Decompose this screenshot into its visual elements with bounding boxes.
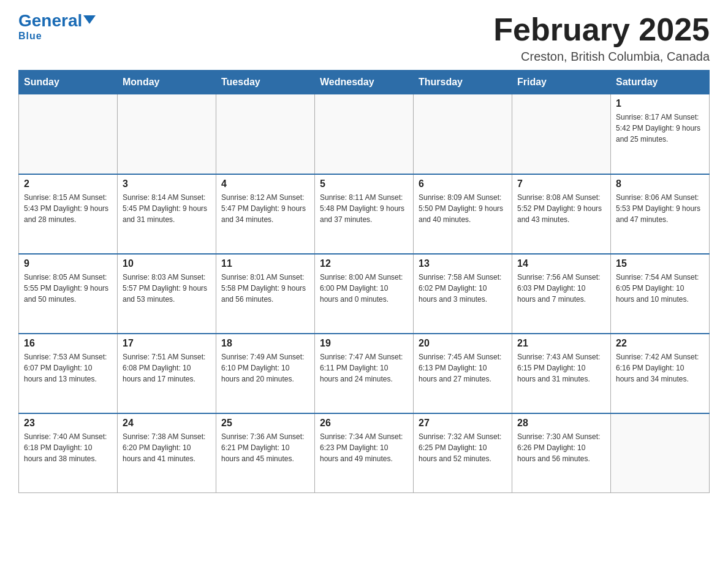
calendar-cell: 12Sunrise: 8:00 AM Sunset: 6:00 PM Dayli… xyxy=(315,254,414,334)
calendar-cell: 22Sunrise: 7:42 AM Sunset: 6:16 PM Dayli… xyxy=(611,334,710,413)
logo-blue: Blue xyxy=(18,31,42,42)
day-info: Sunrise: 8:15 AM Sunset: 5:43 PM Dayligh… xyxy=(24,192,112,225)
weekday-header-row: Sunday Monday Tuesday Wednesday Thursday… xyxy=(19,71,710,94)
day-number: 11 xyxy=(221,258,309,269)
calendar-week-row: 2Sunrise: 8:15 AM Sunset: 5:43 PM Daylig… xyxy=(19,174,710,254)
day-number: 23 xyxy=(24,418,112,429)
calendar-cell: 10Sunrise: 8:03 AM Sunset: 5:57 PM Dayli… xyxy=(118,254,216,334)
day-info: Sunrise: 7:54 AM Sunset: 6:05 PM Dayligh… xyxy=(616,272,704,305)
calendar-cell: 4Sunrise: 8:12 AM Sunset: 5:47 PM Daylig… xyxy=(216,174,315,254)
header-friday: Friday xyxy=(512,71,611,94)
day-info: Sunrise: 7:53 AM Sunset: 6:07 PM Dayligh… xyxy=(24,351,112,385)
day-number: 17 xyxy=(123,338,211,349)
calendar-cell: 23Sunrise: 7:40 AM Sunset: 6:18 PM Dayli… xyxy=(19,413,118,493)
day-info: Sunrise: 7:58 AM Sunset: 6:02 PM Dayligh… xyxy=(419,272,507,305)
calendar-cell: 13Sunrise: 7:58 AM Sunset: 6:02 PM Dayli… xyxy=(414,254,512,334)
calendar-cell: 14Sunrise: 7:56 AM Sunset: 6:03 PM Dayli… xyxy=(512,254,611,334)
calendar-cell: 15Sunrise: 7:54 AM Sunset: 6:05 PM Dayli… xyxy=(611,254,710,334)
day-info: Sunrise: 7:45 AM Sunset: 6:13 PM Dayligh… xyxy=(419,351,507,385)
calendar-cell: 18Sunrise: 7:49 AM Sunset: 6:10 PM Dayli… xyxy=(216,334,315,413)
logo: General Blue xyxy=(18,12,96,42)
calendar-cell: 1Sunrise: 8:17 AM Sunset: 5:42 PM Daylig… xyxy=(611,94,710,174)
header-sunday: Sunday xyxy=(19,71,118,94)
day-number: 22 xyxy=(616,338,704,349)
calendar-week-row: 9Sunrise: 8:05 AM Sunset: 5:55 PM Daylig… xyxy=(19,254,710,334)
calendar-table: Sunday Monday Tuesday Wednesday Thursday… xyxy=(18,70,710,493)
day-number: 14 xyxy=(517,258,605,269)
day-number: 26 xyxy=(320,418,408,429)
header-tuesday: Tuesday xyxy=(216,71,315,94)
day-info: Sunrise: 7:49 AM Sunset: 6:10 PM Dayligh… xyxy=(221,351,309,385)
day-number: 5 xyxy=(320,178,408,190)
calendar-cell: 26Sunrise: 7:34 AM Sunset: 6:23 PM Dayli… xyxy=(315,413,414,493)
calendar-cell: 7Sunrise: 8:08 AM Sunset: 5:52 PM Daylig… xyxy=(512,174,611,254)
day-info: Sunrise: 8:09 AM Sunset: 5:50 PM Dayligh… xyxy=(419,192,507,225)
header-thursday: Thursday xyxy=(414,71,512,94)
day-info: Sunrise: 8:11 AM Sunset: 5:48 PM Dayligh… xyxy=(320,192,408,225)
day-number: 13 xyxy=(419,258,507,269)
day-number: 15 xyxy=(616,258,704,269)
day-number: 16 xyxy=(24,338,112,349)
day-info: Sunrise: 7:51 AM Sunset: 6:08 PM Dayligh… xyxy=(123,351,211,385)
day-info: Sunrise: 7:47 AM Sunset: 6:11 PM Dayligh… xyxy=(320,351,408,385)
day-info: Sunrise: 8:03 AM Sunset: 5:57 PM Dayligh… xyxy=(123,272,211,305)
calendar-cell xyxy=(414,94,512,174)
day-number: 21 xyxy=(517,338,605,349)
title-block: February 2025 Creston, British Columbia,… xyxy=(493,12,710,64)
day-number: 2 xyxy=(24,178,112,190)
calendar-cell xyxy=(19,94,118,174)
logo-triangle-icon xyxy=(83,15,96,24)
day-info: Sunrise: 8:14 AM Sunset: 5:45 PM Dayligh… xyxy=(123,192,211,225)
day-number: 12 xyxy=(320,258,408,269)
page-header: General Blue February 2025 Creston, Brit… xyxy=(18,12,710,64)
calendar-cell: 21Sunrise: 7:43 AM Sunset: 6:15 PM Dayli… xyxy=(512,334,611,413)
calendar-cell: 3Sunrise: 8:14 AM Sunset: 5:45 PM Daylig… xyxy=(118,174,216,254)
day-number: 3 xyxy=(123,178,211,190)
day-number: 27 xyxy=(419,418,507,429)
day-info: Sunrise: 8:01 AM Sunset: 5:58 PM Dayligh… xyxy=(221,272,309,305)
calendar-cell xyxy=(512,94,611,174)
header-monday: Monday xyxy=(118,71,216,94)
calendar-cell: 16Sunrise: 7:53 AM Sunset: 6:07 PM Dayli… xyxy=(19,334,118,413)
calendar-cell: 27Sunrise: 7:32 AM Sunset: 6:25 PM Dayli… xyxy=(414,413,512,493)
calendar-title: February 2025 xyxy=(493,12,710,47)
calendar-cell: 19Sunrise: 7:47 AM Sunset: 6:11 PM Dayli… xyxy=(315,334,414,413)
calendar-cell xyxy=(216,94,315,174)
day-info: Sunrise: 7:36 AM Sunset: 6:21 PM Dayligh… xyxy=(221,431,309,464)
calendar-cell: 25Sunrise: 7:36 AM Sunset: 6:21 PM Dayli… xyxy=(216,413,315,493)
logo-text: General xyxy=(18,12,96,29)
calendar-cell xyxy=(315,94,414,174)
day-info: Sunrise: 7:42 AM Sunset: 6:16 PM Dayligh… xyxy=(616,351,704,385)
day-number: 8 xyxy=(616,178,704,190)
calendar-cell: 20Sunrise: 7:45 AM Sunset: 6:13 PM Dayli… xyxy=(414,334,512,413)
day-number: 7 xyxy=(517,178,605,190)
calendar-cell: 28Sunrise: 7:30 AM Sunset: 6:26 PM Dayli… xyxy=(512,413,611,493)
day-number: 6 xyxy=(419,178,507,190)
day-info: Sunrise: 8:06 AM Sunset: 5:53 PM Dayligh… xyxy=(616,192,704,225)
calendar-cell xyxy=(611,413,710,493)
day-info: Sunrise: 8:08 AM Sunset: 5:52 PM Dayligh… xyxy=(517,192,605,225)
day-number: 10 xyxy=(123,258,211,269)
day-number: 18 xyxy=(221,338,309,349)
day-info: Sunrise: 7:56 AM Sunset: 6:03 PM Dayligh… xyxy=(517,272,605,305)
calendar-cell: 17Sunrise: 7:51 AM Sunset: 6:08 PM Dayli… xyxy=(118,334,216,413)
day-info: Sunrise: 8:12 AM Sunset: 5:47 PM Dayligh… xyxy=(221,192,309,225)
calendar-week-row: 16Sunrise: 7:53 AM Sunset: 6:07 PM Dayli… xyxy=(19,334,710,413)
day-info: Sunrise: 7:32 AM Sunset: 6:25 PM Dayligh… xyxy=(419,431,507,464)
day-number: 25 xyxy=(221,418,309,429)
day-info: Sunrise: 7:30 AM Sunset: 6:26 PM Dayligh… xyxy=(517,431,605,464)
calendar-week-row: 23Sunrise: 7:40 AM Sunset: 6:18 PM Dayli… xyxy=(19,413,710,493)
calendar-cell: 8Sunrise: 8:06 AM Sunset: 5:53 PM Daylig… xyxy=(611,174,710,254)
day-info: Sunrise: 7:40 AM Sunset: 6:18 PM Dayligh… xyxy=(24,431,112,464)
calendar-cell: 5Sunrise: 8:11 AM Sunset: 5:48 PM Daylig… xyxy=(315,174,414,254)
calendar-cell xyxy=(118,94,216,174)
logo-general: General xyxy=(18,11,82,30)
calendar-subtitle: Creston, British Columbia, Canada xyxy=(493,50,710,64)
day-info: Sunrise: 8:17 AM Sunset: 5:42 PM Dayligh… xyxy=(616,112,704,145)
day-number: 19 xyxy=(320,338,408,349)
day-info: Sunrise: 7:43 AM Sunset: 6:15 PM Dayligh… xyxy=(517,351,605,385)
calendar-cell: 9Sunrise: 8:05 AM Sunset: 5:55 PM Daylig… xyxy=(19,254,118,334)
calendar-cell: 2Sunrise: 8:15 AM Sunset: 5:43 PM Daylig… xyxy=(19,174,118,254)
calendar-cell: 6Sunrise: 8:09 AM Sunset: 5:50 PM Daylig… xyxy=(414,174,512,254)
header-saturday: Saturday xyxy=(611,71,710,94)
